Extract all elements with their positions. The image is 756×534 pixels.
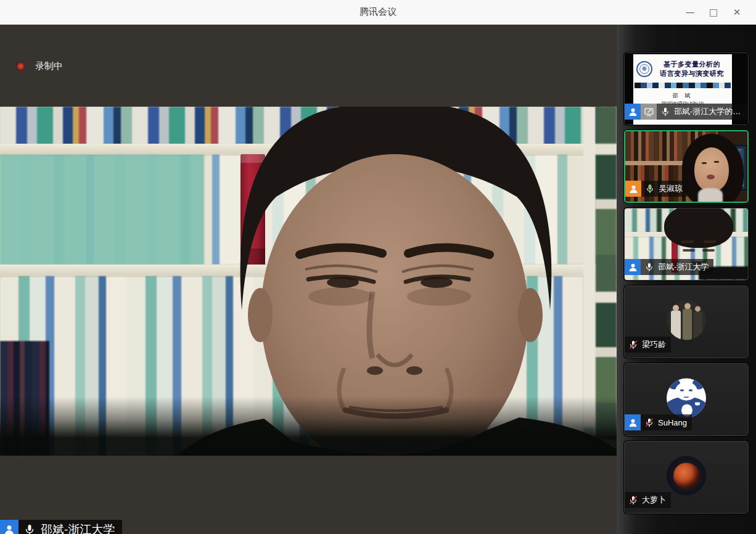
title-bar: 腾讯会议 — □ ✕ bbox=[0, 0, 756, 25]
mic-muted-icon bbox=[628, 340, 638, 350]
participant-name: 大萝卜 bbox=[642, 495, 666, 506]
person-badge-icon bbox=[0, 520, 18, 534]
participant-name: SuHang bbox=[658, 418, 687, 427]
mic-speaking-icon bbox=[645, 184, 655, 194]
mic-on-icon bbox=[23, 524, 36, 534]
mic-on-icon bbox=[644, 262, 654, 272]
participant-name-row: SuHang bbox=[625, 414, 692, 430]
participant-thumbnail[interactable]: 大萝卜 bbox=[624, 441, 749, 514]
person-badge-icon bbox=[625, 181, 641, 197]
participant-name: 邵斌-浙江大学 bbox=[658, 261, 709, 273]
mic-on-icon bbox=[660, 107, 670, 117]
avatar bbox=[667, 378, 706, 417]
participant-name-row: 邵斌-浙江大学 bbox=[625, 259, 713, 275]
avatar bbox=[667, 456, 706, 495]
participant-name: 邵斌-浙江大学的… bbox=[674, 106, 741, 117]
minimize-button[interactable]: — bbox=[680, 0, 701, 25]
meeting-window: 腾讯会议 — □ ✕ 录制中 bbox=[0, 0, 756, 534]
avatar bbox=[667, 300, 706, 340]
window-controls: — □ ✕ bbox=[680, 0, 747, 25]
person-icon bbox=[628, 184, 639, 194]
participants-sidebar[interactable]: 基于多变量分析的 语言变异与演变研究 邵 斌 binshao@zju.edu.c… bbox=[617, 25, 756, 534]
participant-thumbnail[interactable]: 邵斌-浙江大学 bbox=[624, 208, 749, 281]
participant-name-row: 吴淑琼 bbox=[625, 181, 688, 197]
person-badge-icon bbox=[625, 104, 641, 120]
video-bottom-shadow bbox=[0, 396, 617, 456]
participant-name: 吴淑琼 bbox=[659, 183, 683, 194]
university-seal-icon bbox=[636, 61, 652, 77]
main-speaker-name: 邵斌-浙江大学 bbox=[41, 522, 115, 534]
participant-name: 梁巧龄 bbox=[642, 339, 666, 350]
slide-title: 基于多变量分析的 语言变异与演变研究 bbox=[654, 60, 729, 78]
main-speaker-name-tag: 邵斌-浙江大学 bbox=[0, 520, 122, 534]
red-moon-avatar bbox=[673, 462, 699, 488]
recording-label: 录制中 bbox=[35, 60, 63, 72]
slide-author: 邵 斌 bbox=[633, 92, 732, 100]
close-button[interactable]: ✕ bbox=[726, 0, 747, 25]
screen-share-icon bbox=[641, 104, 657, 120]
participant-thumbnail-active-speaker[interactable]: 吴淑琼 bbox=[624, 130, 749, 203]
participant-thumbnail[interactable]: SuHang bbox=[624, 363, 749, 436]
person-icon bbox=[628, 107, 638, 117]
maximize-button[interactable]: □ bbox=[703, 0, 724, 25]
main-stage: 录制中 bbox=[0, 25, 617, 534]
participant-name-row: 梁巧龄 bbox=[625, 337, 671, 353]
person-badge-icon bbox=[625, 259, 641, 275]
participant-thumbnail-screen-share[interactable]: 基于多变量分析的 语言变异与演变研究 邵 斌 binshao@zju.edu.c… bbox=[624, 52, 749, 125]
mic-muted-icon bbox=[628, 495, 638, 505]
mic-muted-icon bbox=[644, 417, 654, 427]
record-icon bbox=[17, 62, 25, 70]
person-icon bbox=[3, 524, 15, 534]
slide-color-strip bbox=[635, 83, 731, 88]
window-title: 腾讯会议 bbox=[360, 6, 396, 18]
person-badge-icon bbox=[625, 414, 641, 430]
participant-name-row: 大萝卜 bbox=[625, 492, 671, 508]
main-video[interactable] bbox=[0, 107, 617, 456]
participant-thumbnail[interactable]: 梁巧龄 bbox=[624, 285, 749, 358]
recording-indicator: 录制中 bbox=[17, 60, 63, 72]
participant-name-row: 邵斌-浙江大学的… bbox=[625, 104, 748, 120]
person-icon bbox=[628, 417, 638, 428]
person-icon bbox=[628, 262, 638, 273]
